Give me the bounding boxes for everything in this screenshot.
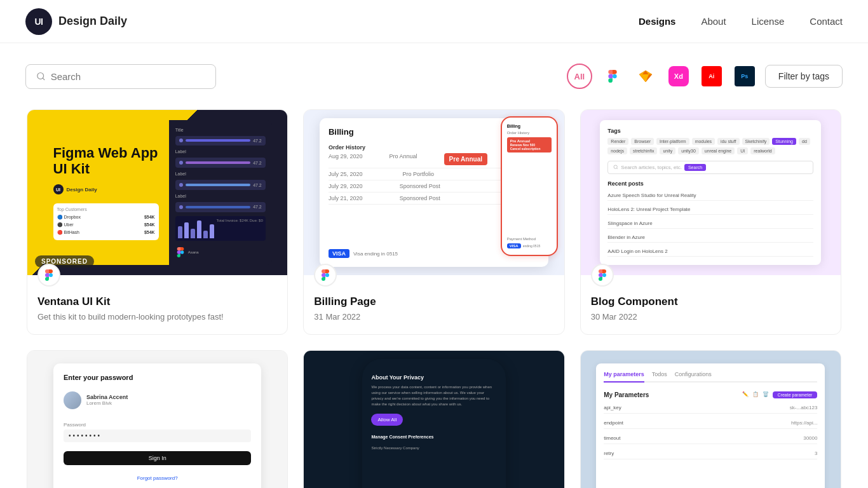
nav-about[interactable]: About bbox=[701, 16, 726, 27]
svg-point-8 bbox=[614, 165, 617, 168]
filter-icons: All Xd bbox=[567, 64, 843, 89]
ps-icon: Ps bbox=[735, 66, 755, 86]
nav-contact[interactable]: Contact bbox=[810, 16, 843, 27]
pwd-mock: Enter your password Sabrina Accent Lorem… bbox=[53, 363, 261, 489]
logo-text: Design Daily bbox=[58, 15, 127, 28]
card-blog[interactable]: Tags Render Browser Inter-platform modul… bbox=[580, 109, 841, 335]
card-sub-ventana: Get this kit to build modern-looking pro… bbox=[37, 312, 277, 322]
filter-ai-btn[interactable]: Ai bbox=[699, 64, 724, 89]
nav-license[interactable]: License bbox=[752, 16, 785, 27]
card-params[interactable]: My parameters Todos Configurations My Pa… bbox=[580, 350, 841, 488]
card-icon-blog bbox=[591, 264, 614, 287]
filter-all-btn[interactable]: All bbox=[567, 64, 592, 89]
ventana-right: Title 47.2 Label 47.2 Label 47.2 Label 4… bbox=[169, 120, 272, 266]
svg-line-9 bbox=[617, 168, 618, 169]
sketch-icon bbox=[639, 70, 653, 83]
card-privacy[interactable]: About Your Privacy We process your data … bbox=[303, 350, 564, 488]
card-grid: Figma Web App UI Kit UI Design Daily Top… bbox=[0, 102, 868, 488]
card-billing[interactable]: Billing Order History Aug 29, 2020Pro An… bbox=[303, 109, 564, 335]
card-thumb-billing: Billing Order History Aug 29, 2020Pro An… bbox=[304, 110, 564, 275]
card-ventana[interactable]: Figma Web App UI Kit UI Design Daily Top… bbox=[27, 109, 288, 335]
card-body-ventana: Ventana UI Kit Get this kit to build mod… bbox=[27, 275, 287, 334]
xd-icon: Xd bbox=[668, 66, 689, 86]
card-thumb-params: My parameters Todos Configurations My Pa… bbox=[581, 351, 841, 488]
card-icon-billing bbox=[314, 264, 337, 287]
filter-sketch-btn[interactable] bbox=[633, 64, 658, 89]
nav: Designs About License Contact bbox=[639, 16, 843, 27]
header: UI Design Daily Designs About License Co… bbox=[0, 0, 868, 43]
card-thumb-password: Enter your password Sabrina Accent Lorem… bbox=[27, 351, 287, 488]
search-input[interactable] bbox=[51, 71, 205, 82]
card-sub-billing: 31 Mar 2022 bbox=[314, 312, 553, 322]
filter-tags-button[interactable]: Filter by tags bbox=[765, 65, 843, 88]
card-body-billing: Billing Page 31 Mar 2022 bbox=[304, 275, 564, 334]
logo-icon: UI bbox=[25, 8, 52, 35]
ventana-left: Figma Web App UI Kit UI Design Daily Top… bbox=[43, 120, 169, 266]
figma-icon bbox=[606, 70, 619, 83]
blog-mock: Tags Render Browser Inter-platform modul… bbox=[600, 120, 821, 266]
search-wrap[interactable] bbox=[25, 64, 216, 89]
card-thumb-privacy: About Your Privacy We process your data … bbox=[304, 351, 564, 488]
card-title-ventana: Ventana UI Kit bbox=[37, 295, 277, 308]
nav-designs[interactable]: Designs bbox=[639, 16, 675, 27]
filter-ps-btn[interactable]: Ps bbox=[732, 64, 757, 89]
logo[interactable]: UI Design Daily bbox=[25, 8, 127, 35]
filter-bar: All Xd bbox=[0, 43, 868, 102]
card-body-blog: Blog Component 30 Mar 2022 bbox=[581, 275, 841, 334]
card-thumb-ventana: Figma Web App UI Kit UI Design Daily Top… bbox=[27, 110, 287, 275]
search-icon bbox=[36, 71, 46, 81]
card-thumb-blog: Tags Render Browser Inter-platform modul… bbox=[581, 110, 841, 275]
card-icon-ventana bbox=[37, 264, 60, 287]
card-title-blog: Blog Component bbox=[591, 295, 831, 308]
svg-line-1 bbox=[43, 78, 44, 80]
filter-xd-btn[interactable]: Xd bbox=[666, 64, 691, 89]
card-title-billing: Billing Page bbox=[314, 295, 553, 308]
privacy-mock: About Your Privacy We process your data … bbox=[362, 359, 505, 488]
ai-icon: Ai bbox=[702, 66, 722, 86]
filter-figma-btn[interactable] bbox=[600, 64, 625, 89]
card-password[interactable]: Enter your password Sabrina Accent Lorem… bbox=[27, 350, 288, 488]
card-sub-blog: 30 Mar 2022 bbox=[591, 312, 831, 322]
params-mock: My parameters Todos Configurations My Pa… bbox=[596, 363, 825, 489]
